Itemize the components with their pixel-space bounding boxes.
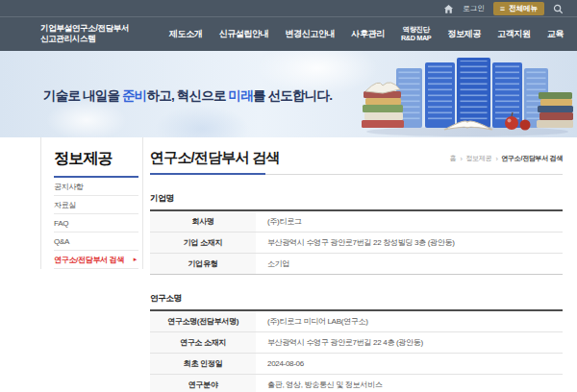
- sidebar-item-qna[interactable]: Q&A: [54, 233, 138, 251]
- row-label: 회사명: [150, 210, 256, 233]
- logo-line2: 신고관리시스템: [40, 34, 156, 44]
- table-row: 최초 인정일 2024-08-06: [150, 354, 563, 375]
- main-nav: 제도소개 신규설립안내 변경신고안내 사후관리 역량진단 R&D MAP 정보제…: [169, 25, 564, 42]
- all-menu-label: 전체메뉴: [509, 4, 538, 13]
- app-header: 로그인 ≡ 전체메뉴 기업부설연구소/전담부서 신고관리시스템 제도소개 신규설…: [0, 0, 577, 51]
- breadcrumb-home[interactable]: 홈: [450, 154, 457, 163]
- row-value: 2024-08-06: [256, 354, 563, 375]
- sidebar-item-label: Q&A: [54, 237, 69, 246]
- slogan-text-3: 를 선도합니다.: [253, 88, 332, 103]
- row-value: (주)티로그: [256, 210, 563, 233]
- logo-line1: 기업부설연구소/전담부서: [40, 23, 156, 34]
- table-row: 회사명 (주)티로그: [150, 210, 563, 233]
- banner-illustration-servers-books: [352, 53, 575, 137]
- row-label: 기업 소재지: [150, 233, 256, 254]
- title-rule: [150, 174, 563, 175]
- sidebar-item-label: 연구소/전담부서 검색: [54, 255, 124, 265]
- nav-item-education[interactable]: 교육: [547, 28, 564, 40]
- all-menu-button[interactable]: ≡ 전체메뉴: [493, 2, 544, 15]
- slogan-text-1: 기술로 내일을: [43, 88, 122, 103]
- nav-item-change-report[interactable]: 변경신고안내: [285, 28, 335, 40]
- section-heading-lab: 연구소명: [150, 293, 563, 305]
- slogan-highlight-2: 미래: [229, 88, 253, 103]
- hamburger-icon: ≡: [500, 5, 505, 13]
- main-panel: 연구소/전담부서 검색 홈 › 정보제공 › 연구소/전담부서 검색 기업명 회…: [150, 137, 563, 392]
- row-value: 출판, 영상, 방송통신 및 정보서비스: [256, 375, 563, 392]
- arrow-right-icon: ▸: [134, 256, 137, 263]
- breadcrumb-info[interactable]: 정보제공: [466, 154, 492, 163]
- sidebar-item-label: 공지사항: [54, 182, 84, 192]
- row-label: 최초 인정일: [150, 354, 256, 375]
- sidebar-item-label: 자료실: [54, 200, 76, 210]
- utility-bar: 로그인 ≡ 전체메뉴: [443, 2, 564, 15]
- search-icon[interactable]: [553, 4, 564, 14]
- home-icon[interactable]: [443, 4, 454, 14]
- sidebar-item-notice[interactable]: 공지사항: [54, 178, 138, 196]
- nav-item-new-establishment[interactable]: 신규설립안내: [219, 28, 269, 40]
- nav-item-customer-support[interactable]: 고객지원: [497, 28, 530, 40]
- slogan-text-2: 하고, 혁신으로: [147, 88, 229, 103]
- nav-capability-line1: 역량진단: [401, 25, 431, 34]
- site-logo[interactable]: 기업부설연구소/전담부서 신고관리시스템: [40, 23, 156, 44]
- sidebar-title: 정보제공: [54, 149, 142, 169]
- row-label: 연구소 소재지: [150, 332, 256, 354]
- row-label: 기업유형: [150, 254, 256, 275]
- chevron-right-icon: ›: [461, 156, 463, 162]
- sidebar-item-faq[interactable]: FAQ: [54, 214, 138, 233]
- row-label: 연구분야: [150, 375, 256, 392]
- sidebar: 정보제공 공지사항 자료실 FAQ Q&A 연구소/전담부서 검색 ▸: [40, 137, 143, 269]
- company-info-table: 회사명 (주)티로그 기업 소재지 부산광역시 수영구 광안로7번길 22 창성…: [150, 209, 563, 275]
- header-main-row: 기업부설연구소/전담부서 신고관리시스템 제도소개 신규설립안내 변경신고안내 …: [0, 16, 577, 51]
- section-heading-company: 기업명: [150, 193, 563, 205]
- table-row: 기업 소재지 부산광역시 수영구 광안로7번길 22 창성빌딩 3층 (광안동): [150, 233, 563, 254]
- sidebar-item-archive[interactable]: 자료실: [54, 196, 138, 214]
- breadcrumb: 홈 › 정보제공 › 연구소/전담부서 검색: [450, 154, 563, 163]
- chevron-right-icon: ›: [495, 156, 497, 162]
- nav-item-post-management[interactable]: 사후관리: [351, 28, 384, 40]
- sidebar-item-lab-search[interactable]: 연구소/전담부서 검색 ▸: [54, 251, 138, 269]
- nav-item-capability-rnd-map[interactable]: 역량진단 R&D MAP: [401, 25, 431, 42]
- row-label: 연구소명(전담부서명): [150, 310, 256, 332]
- table-row: 연구소 소재지 부산광역시 수영구 광안로7번길 22 4층 (광안동): [150, 332, 563, 354]
- nav-item-info[interactable]: 정보제공: [447, 28, 480, 40]
- row-value: (주)티로그 미디어 LAB(연구소): [256, 310, 563, 332]
- banner-slogan: 기술로 내일을 준비하고, 혁신으로 미래를 선도합니다.: [43, 87, 332, 105]
- table-row: 기업유형 소기업: [150, 254, 563, 275]
- hero-banner: 기술로 내일을 준비하고, 혁신으로 미래를 선도합니다.: [0, 51, 577, 137]
- table-row: 연구소명(전담부서명) (주)티로그 미디어 LAB(연구소): [150, 310, 563, 332]
- nav-item-system-intro[interactable]: 제도소개: [169, 28, 202, 40]
- content-area: 정보제공 공지사항 자료실 FAQ Q&A 연구소/전담부서 검색 ▸ 연구소/…: [0, 137, 577, 392]
- lab-info-table: 연구소명(전담부서명) (주)티로그 미디어 LAB(연구소) 연구소 소재지 …: [150, 309, 563, 392]
- slogan-highlight-1: 준비: [122, 88, 146, 103]
- table-row: 연구분야 출판, 영상, 방송통신 및 정보서비스: [150, 375, 563, 392]
- login-link[interactable]: 로그인: [463, 4, 485, 13]
- sidebar-item-label: FAQ: [54, 219, 68, 228]
- nav-capability-line2: R&D MAP: [401, 34, 431, 42]
- row-value: 부산광역시 수영구 광안로7번길 22 창성빌딩 3층 (광안동): [256, 233, 563, 254]
- breadcrumb-current: 연구소/전담부서 검색: [501, 154, 563, 163]
- row-value: 소기업: [256, 254, 563, 275]
- row-value: 부산광역시 수영구 광안로7번길 22 4층 (광안동): [256, 332, 563, 354]
